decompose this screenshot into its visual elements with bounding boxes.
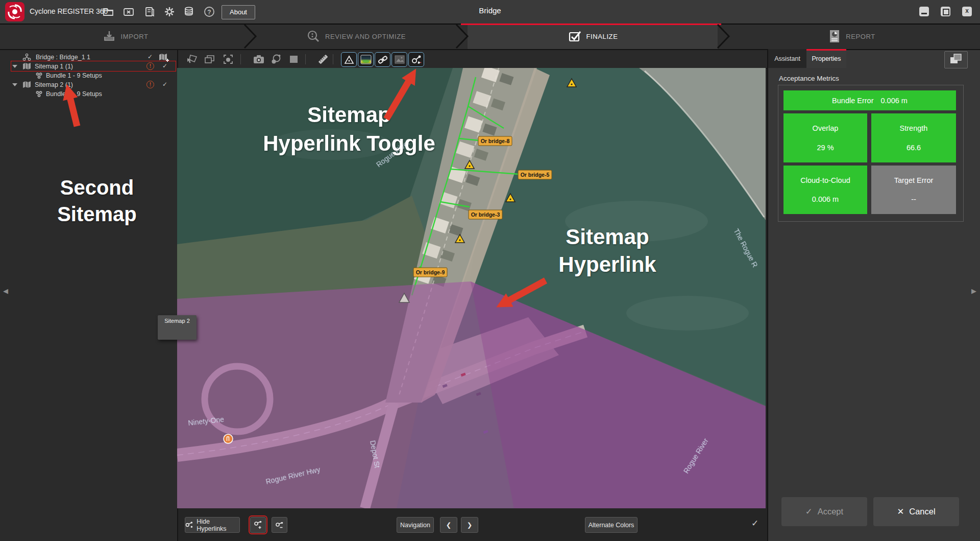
- annotation-line: Hyperlink Toggle: [206, 129, 492, 158]
- sitemap-hyperlink-toggle[interactable]: [408, 52, 424, 67]
- accept-label: Accept: [818, 507, 843, 516]
- bridge-tag[interactable]: Or bridge-5: [521, 172, 550, 178]
- rectangle-icon[interactable]: [288, 53, 300, 65]
- remove-hyperlink-icon: [275, 521, 284, 529]
- tree-row-bundle-1[interactable]: Bundle 1 - 9 Setups: [0, 71, 177, 80]
- hyperlink-icon: [185, 521, 193, 529]
- add-sitemap-icon[interactable]: [158, 53, 170, 63]
- collapse-right-handle[interactable]: ▶: [971, 287, 976, 295]
- caret-down-icon[interactable]: [12, 83, 17, 86]
- bundle-icon: [35, 72, 43, 80]
- archive-icon[interactable]: [143, 6, 156, 18]
- close-button[interactable]: x: [962, 7, 972, 16]
- add-hyperlink-icon: [254, 521, 263, 529]
- about-button[interactable]: About: [222, 5, 255, 19]
- tree-row-project[interactable]: Bridge : Bridge_1 1 ✓: [0, 53, 177, 62]
- minimize-icon: [921, 13, 927, 14]
- project-graph-icon: [22, 53, 31, 61]
- hide-hyperlinks-button[interactable]: Hide Hyperlinks: [185, 517, 240, 533]
- warning-icon: !: [146, 81, 154, 88]
- storage-icon[interactable]: [183, 6, 195, 18]
- tree-row-bundle-2[interactable]: Bundle 2 - 9 Setups: [0, 89, 177, 99]
- metric-value: 0.006 m: [881, 97, 908, 105]
- navigation-button[interactable]: Navigation: [397, 517, 434, 533]
- tab-properties-label: Properties: [812, 55, 841, 62]
- metric-value: 0.006 m: [812, 195, 839, 203]
- annotation-line: Sitemap: [10, 201, 184, 227]
- maximize-button[interactable]: [941, 7, 950, 16]
- prev-button[interactable]: ❮: [440, 517, 457, 533]
- annotation-line: Sitemap: [505, 223, 709, 251]
- chevron-right-icon: ❯: [467, 521, 472, 529]
- collapse-left-handle[interactable]: ◀: [3, 287, 8, 295]
- pick-3d-icon[interactable]: [186, 53, 199, 65]
- sitemap-icon: [22, 62, 31, 70]
- bridge-tag[interactable]: Or bridge-3: [471, 211, 500, 218]
- bridge-tag[interactable]: Or bridge-9: [416, 269, 445, 275]
- remove-hyperlink-button[interactable]: [272, 517, 287, 533]
- chevron-left-icon: ❮: [446, 521, 451, 529]
- setups-toggle[interactable]: [341, 52, 357, 67]
- layers-icon[interactable]: [204, 53, 216, 65]
- link-toggle[interactable]: [375, 52, 390, 67]
- project-tree-panel: Bridge : Bridge_1 1 ✓ Sitemap 1 (1) ! ✓ …: [0, 49, 177, 541]
- camera-icon[interactable]: [253, 53, 265, 65]
- accept-button[interactable]: ✓ Accept: [781, 497, 867, 526]
- svg-text:?: ?: [207, 9, 211, 16]
- minimize-button[interactable]: [919, 7, 929, 16]
- app-logo-icon: [5, 2, 24, 21]
- confirm-check-button[interactable]: ✓: [751, 518, 758, 529]
- metric-label: Target Error: [894, 176, 934, 184]
- alternate-colors-button[interactable]: Alternate Colors: [585, 517, 638, 533]
- tree-row-sitemap-1[interactable]: Sitemap 1 (1) ! ✓: [0, 62, 177, 71]
- poi-restaurant-icon: [224, 434, 233, 443]
- tab-properties[interactable]: Properties: [806, 49, 846, 68]
- metric-label: Strength: [900, 124, 928, 132]
- title-bar: Cyclone REGISTER 360 ? About Bridge x: [0, 0, 980, 24]
- x-icon: ✕: [897, 507, 904, 516]
- tree-label-project: Bridge : Bridge_1 1: [36, 54, 90, 61]
- add-hyperlink-button[interactable]: [250, 517, 266, 533]
- acceptance-metrics-heading: Acceptance Metrics: [779, 75, 839, 82]
- check-icon: ✓: [805, 507, 813, 516]
- annotation-line: Sitemap: [206, 101, 492, 129]
- panel-layout-button[interactable]: [944, 51, 968, 68]
- ruler-icon[interactable]: [317, 53, 329, 65]
- toolbar-separator: [305, 54, 306, 64]
- delete-project-icon[interactable]: [122, 6, 135, 18]
- cancel-label: Cancel: [909, 507, 935, 516]
- caret-down-icon[interactable]: [12, 65, 17, 68]
- metric-value: 29 %: [817, 144, 834, 152]
- annotation-hyperlink-toggle: Sitemap Hyperlink Toggle: [206, 101, 492, 158]
- metric-label: Bundle Error: [832, 97, 873, 105]
- image-toggle[interactable]: [391, 52, 407, 67]
- tree-row-sitemap-2[interactable]: Sitemap 2 (1) ! ✓: [0, 80, 177, 89]
- metric-label: Cloud-to-Cloud: [800, 176, 850, 184]
- toolbar-separator: [333, 54, 333, 64]
- next-button[interactable]: ❯: [461, 517, 478, 533]
- sitemap-icon: [22, 81, 31, 88]
- settings-gear-icon[interactable]: [163, 6, 176, 18]
- viewpoint-icon[interactable]: [270, 53, 282, 65]
- tab-assistant[interactable]: Assistant: [768, 49, 806, 68]
- metric-bundle-error: Bundle Error 0.006 m: [783, 90, 956, 110]
- zoom-region-icon[interactable]: [222, 53, 234, 65]
- open-project-icon[interactable]: [102, 6, 114, 18]
- pointcloud-thumbnail-toggle[interactable]: [358, 52, 374, 67]
- sitemap-tooltip: Sitemap 2: [158, 315, 197, 340]
- maximize-icon: [943, 9, 949, 15]
- warning-icon: !: [146, 62, 154, 70]
- metric-value: --: [911, 195, 916, 203]
- help-icon[interactable]: ?: [203, 6, 215, 18]
- metric-value: 66.6: [906, 144, 921, 152]
- cancel-button[interactable]: ✕ Cancel: [873, 497, 959, 526]
- toolbar-separator: [240, 54, 241, 64]
- bundle-icon: [35, 90, 43, 98]
- metric-label: Overlap: [813, 124, 839, 132]
- metric-target-error: Target Error --: [871, 166, 956, 214]
- metric-overlap: Overlap 29 %: [783, 113, 867, 162]
- workflow-ribbon: IMPORT REVIEW AND OPTIMIZE FINALIZE REPO…: [0, 23, 980, 49]
- alternate-colors-label: Alternate Colors: [589, 522, 634, 529]
- tree-label-bundle-1: Bundle 1 - 9 Setups: [46, 72, 102, 79]
- panel-layout-icon: [945, 52, 966, 67]
